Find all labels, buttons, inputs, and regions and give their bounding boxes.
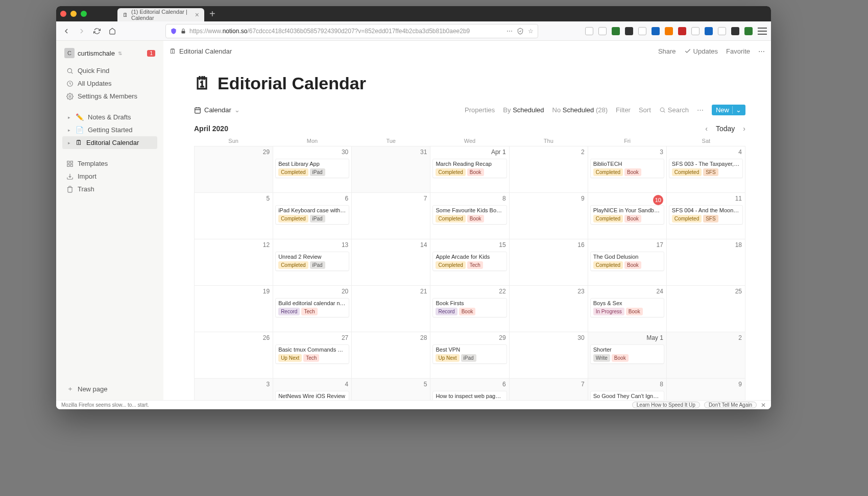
calendar-event[interactable]: BiblioTECHCompletedBook: [590, 159, 664, 178]
reader-icon[interactable]: [517, 28, 524, 35]
group-by[interactable]: By Scheduled: [503, 106, 544, 114]
new-page-button[interactable]: ＋ New page: [62, 382, 157, 396]
url-input[interactable]: https://www.notion.so/67cdccc418cf4036b0…: [165, 24, 538, 38]
ext-reader-icon[interactable]: [638, 27, 646, 35]
calendar-event[interactable]: So Good They Can't Ignore YouUp Next: [590, 391, 664, 400]
chevron-down-icon[interactable]: ⌄: [732, 106, 741, 114]
calendar-cell[interactable]: 5: [352, 379, 430, 400]
next-month-button[interactable]: ›: [743, 125, 745, 133]
ext-library-icon[interactable]: [585, 27, 593, 35]
calendar-event[interactable]: Best Library AppCompletediPad: [275, 159, 349, 178]
page-actions-icon[interactable]: ⋯: [507, 28, 513, 35]
calendar-cell[interactable]: May 1ShorterWriteBook: [588, 332, 667, 379]
calendar-cell[interactable]: 30: [510, 332, 588, 379]
calendar-cell[interactable]: 6How to inspect web pages on...Up Next: [430, 379, 509, 400]
workspace-switcher[interactable]: C curtismchale ⇅ 1: [62, 46, 157, 60]
ext-red-icon[interactable]: [678, 27, 686, 35]
calendar-cell[interactable]: 3: [195, 379, 273, 400]
calendar-cell[interactable]: 11SFS 004 - And the Moon Be ...Completed…: [667, 193, 745, 239]
calendar-event[interactable]: PlayNICE in Your Sandbox at ...Completed…: [590, 205, 664, 225]
sidebar-page-editorial-calendar[interactable]: ▸🗓Editorial Calendar: [62, 136, 157, 149]
calendar-cell[interactable]: 14: [352, 239, 430, 286]
calendar-cell[interactable]: 2: [667, 332, 745, 379]
sidebar-item-all-updates[interactable]: All Updates: [62, 77, 157, 90]
calendar-cell[interactable]: 13Unread 2 ReviewCompletediPad: [273, 239, 352, 286]
sidebar-item-trash[interactable]: Trash: [62, 183, 157, 195]
calendar-event[interactable]: Some Favourite Kids BooksCompletedBook: [432, 205, 507, 225]
calendar-event[interactable]: Apple Arcade for KidsCompletedTech: [432, 252, 507, 271]
calendar-cell[interactable]: 5: [195, 193, 273, 239]
filter-button[interactable]: Filter: [616, 106, 631, 114]
calendar-event[interactable]: iPad Keyboard case with trac...Completed…: [275, 205, 349, 225]
calendar-cell[interactable]: 12: [195, 239, 273, 286]
today-button[interactable]: Today: [716, 125, 735, 133]
calendar-cell[interactable]: 7: [352, 193, 430, 239]
more-icon[interactable]: ⋯: [697, 106, 704, 114]
calendar-cell[interactable]: 24Boys & SexIn ProgressBook: [588, 286, 667, 332]
breadcrumb[interactable]: 🗓 Editorial Calendar: [170, 47, 232, 55]
ext-orange-icon[interactable]: [665, 27, 673, 35]
reload-button[interactable]: [91, 25, 103, 37]
calendar-cell[interactable]: 28: [352, 332, 430, 379]
calendar-cell[interactable]: 15Apple Arcade for KidsCompletedTech: [430, 239, 509, 286]
calendar-event[interactable]: March Reading RecapCompletedBook: [432, 159, 507, 178]
calendar-event[interactable]: ShorterWriteBook: [590, 344, 664, 364]
more-button[interactable]: ⋯: [758, 47, 765, 55]
calendar-cell[interactable]: 22Book FirstsRecordBook: [430, 286, 509, 332]
calendar-cell[interactable]: 29Best VPNUp NextiPad: [430, 332, 509, 379]
calendar-event[interactable]: Best VPNUp NextiPad: [432, 344, 507, 364]
updates-button[interactable]: Updates: [684, 47, 718, 55]
calendar-cell[interactable]: 19: [195, 286, 273, 332]
calendar-cell[interactable]: 2: [510, 146, 588, 193]
home-button[interactable]: [106, 25, 118, 37]
no-scheduled[interactable]: No Scheduled (28): [552, 106, 608, 114]
ext-blue-icon[interactable]: [652, 27, 660, 35]
sidebar-item-quick-find[interactable]: Quick Find: [62, 64, 157, 77]
calendar-cell[interactable]: 31: [352, 146, 430, 193]
calendar-cell[interactable]: 29: [195, 146, 273, 193]
page-emoji[interactable]: 🗓: [194, 73, 211, 93]
calendar-cell[interactable]: 21: [352, 286, 430, 332]
ext-globe-icon[interactable]: [705, 27, 713, 35]
calendar-event[interactable]: The God DelusionCompletedBook: [590, 252, 664, 271]
calendar-event[interactable]: Basic tmux Commands You N...Up NextTech: [275, 344, 349, 364]
browser-tab[interactable]: 🗓 (1) Editorial Calendar | Calendar ×: [117, 8, 204, 21]
calendar-cell[interactable]: 16: [510, 239, 588, 286]
calendar-cell[interactable]: 4NetNews Wire iOS ReviewUp Next: [273, 379, 352, 400]
account-icon[interactable]: [718, 27, 726, 35]
minimize-icon[interactable]: [70, 11, 77, 17]
disclosure-icon[interactable]: ▸: [66, 128, 71, 133]
calendar-cell[interactable]: 23: [510, 286, 588, 332]
menu-icon[interactable]: [758, 28, 767, 35]
calendar-event[interactable]: Book FirstsRecordBook: [432, 298, 507, 317]
back-button[interactable]: [60, 25, 73, 37]
calendar-cell[interactable]: 8So Good They Can't Ignore YouUp Next: [588, 379, 667, 400]
learn-button[interactable]: Learn How to Speed It Up: [632, 402, 700, 408]
calendar-event[interactable]: Unread 2 ReviewCompletediPad: [275, 252, 349, 271]
new-tab-button[interactable]: +: [209, 8, 215, 20]
close-icon[interactable]: [60, 11, 66, 17]
dismiss-button[interactable]: Don't Tell Me Again: [704, 402, 757, 408]
ext-v-icon[interactable]: [731, 27, 739, 35]
new-button[interactable]: New ⌄: [712, 105, 745, 115]
disclosure-icon[interactable]: ▸: [66, 115, 71, 120]
calendar-cell[interactable]: 3BiblioTECHCompletedBook: [588, 146, 667, 193]
calendar-cell[interactable]: 4SFS 003 - The Taxpayer, Thir...Complete…: [667, 146, 745, 193]
sidebar-item-import[interactable]: Import: [62, 170, 157, 183]
calendar-event[interactable]: NetNews Wire iOS ReviewUp Next: [275, 391, 349, 400]
calendar-cell[interactable]: 26: [195, 332, 273, 379]
calendar-event[interactable]: Boys & SexIn ProgressBook: [590, 298, 664, 317]
ext-green-icon[interactable]: [612, 27, 620, 35]
forward-button[interactable]: [76, 25, 88, 37]
ext-g-icon[interactable]: [744, 27, 753, 35]
calendar-cell[interactable]: 8Some Favourite Kids BooksCompletedBook: [430, 193, 509, 239]
calendar-cell[interactable]: 9: [510, 193, 588, 239]
sidebar-page-getting-started[interactable]: ▸📄Getting Started: [62, 123, 157, 136]
sidebar-item-templates[interactable]: Templates: [62, 157, 157, 170]
view-selector[interactable]: Calendar ⌄: [194, 106, 240, 114]
page-title[interactable]: 🗓 Editorial Calendar: [194, 73, 745, 93]
share-button[interactable]: Share: [658, 47, 676, 55]
prev-month-button[interactable]: ‹: [705, 125, 708, 133]
maximize-icon[interactable]: [81, 11, 87, 17]
favorite-button[interactable]: Favorite: [726, 47, 750, 55]
